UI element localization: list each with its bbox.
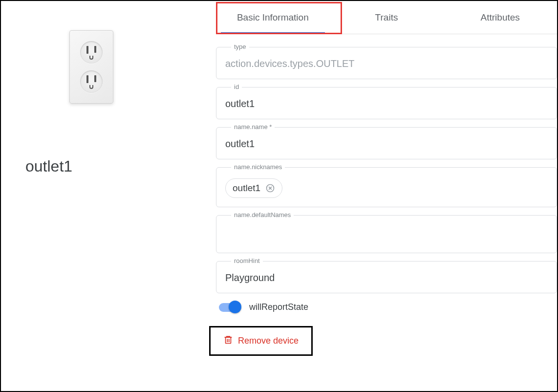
device-title: outlet1 [25, 157, 196, 175]
field-roomhint[interactable]: roomHint Playground [216, 261, 557, 293]
field-value: Playground [225, 272, 548, 283]
outlet-icon [69, 30, 113, 104]
field-value: action.devices.types.OUTLET [225, 58, 548, 69]
tab-label: Attributes [481, 12, 520, 23]
field-id[interactable]: id outlet1 [216, 87, 557, 119]
tab-attributes[interactable]: Attributes [443, 1, 557, 34]
field-label: type [231, 43, 249, 50]
remove-device-label: Remove device [238, 336, 299, 346]
nickname-chip[interactable]: outlet1 [225, 178, 282, 198]
tab-basic-information[interactable]: Basic Information [216, 1, 330, 34]
remove-device-highlight: Remove device [209, 326, 313, 356]
field-name-defaultnames[interactable]: name.defaultNames [216, 215, 557, 253]
field-name-name[interactable]: name.name * outlet1 [216, 127, 557, 159]
tab-traits[interactable]: Traits [330, 1, 444, 34]
toggle-row-willreportstate: willReportState [219, 302, 557, 312]
toggle-knob [229, 301, 241, 313]
main-panel: Basic Information Traits Attributes type… [216, 1, 557, 391]
device-sidebar: outlet1 [1, 1, 216, 391]
trash-icon [223, 334, 233, 348]
field-label: name.defaultNames [231, 211, 294, 218]
svg-rect-3 [226, 337, 231, 344]
tabs: Basic Information Traits Attributes [216, 1, 557, 34]
field-type[interactable]: type action.devices.types.OUTLET [216, 47, 557, 79]
basic-info-form: type action.devices.types.OUTLET id outl… [216, 34, 557, 356]
chip-label: outlet1 [233, 183, 260, 194]
field-label: name.name * [231, 123, 275, 131]
field-value: outlet1 [225, 138, 548, 150]
tab-label: Traits [375, 12, 398, 23]
toggle-label: willReportState [249, 302, 308, 312]
field-label: roomHint [231, 257, 263, 264]
remove-chip-icon[interactable] [265, 183, 275, 193]
field-label: id [231, 83, 242, 90]
field-name-nicknames[interactable]: name.nicknames outlet1 [216, 167, 557, 207]
toggle-willreportstate[interactable] [219, 303, 240, 312]
field-label: name.nicknames [231, 163, 285, 171]
tab-label: Basic Information [237, 12, 309, 23]
field-value: outlet1 [225, 98, 548, 109]
device-image [69, 30, 113, 104]
remove-device-button[interactable]: Remove device [223, 334, 299, 348]
